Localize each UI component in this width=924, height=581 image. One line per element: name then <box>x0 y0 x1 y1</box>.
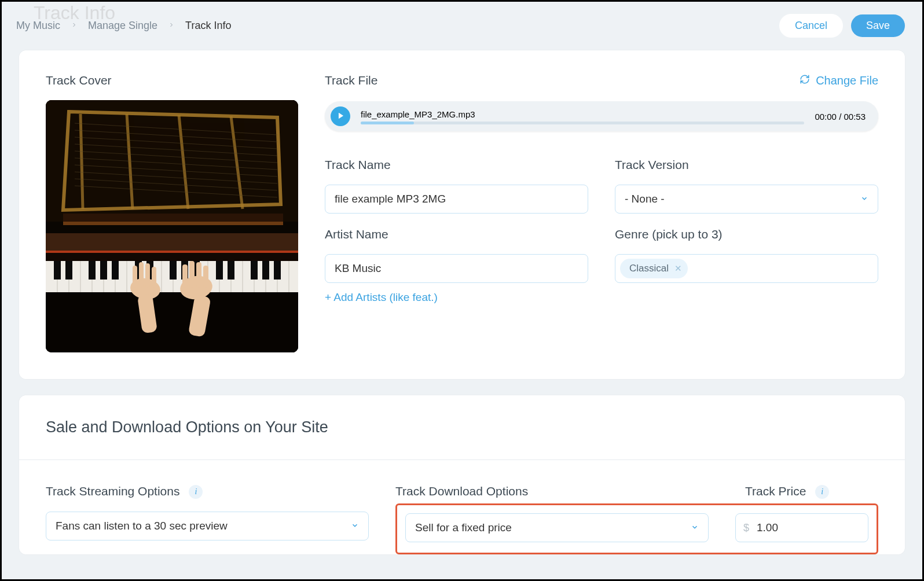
svg-rect-58 <box>46 292 298 352</box>
track-file-label: Track File <box>325 73 377 87</box>
genre-label: Genre (pick up to 3) <box>615 227 878 241</box>
change-file-button[interactable]: Change File <box>800 74 878 87</box>
svg-rect-16 <box>63 214 283 222</box>
chevron-right-icon <box>71 21 78 30</box>
player-time: 00:00 / 00:53 <box>815 112 866 122</box>
track-price-input[interactable] <box>735 513 868 542</box>
track-name-input[interactable] <box>325 185 588 214</box>
genre-tag-label: Classical <box>629 263 669 274</box>
svg-marker-71 <box>339 112 343 119</box>
refresh-icon <box>800 74 810 87</box>
breadcrumb-current: Track Info <box>185 20 231 32</box>
download-options-label: Track Download Options <box>395 484 718 499</box>
track-cover-image[interactable] <box>46 100 298 352</box>
player-progress <box>361 122 414 124</box>
track-price-label: Track Price i <box>745 484 878 499</box>
chevron-down-icon <box>691 523 699 533</box>
tag-remove-icon[interactable]: ✕ <box>674 263 682 274</box>
svg-rect-63 <box>203 266 208 288</box>
svg-rect-19 <box>46 251 298 253</box>
svg-rect-46 <box>100 261 107 280</box>
breadcrumb: My Music Manage Single Track Info <box>16 20 231 32</box>
streaming-options-value: Fans can listen to a 30 sec preview <box>56 520 228 532</box>
track-version-select[interactable]: - None - <box>615 185 878 214</box>
svg-rect-20 <box>46 253 298 261</box>
player-seekbar[interactable] <box>361 122 804 124</box>
streaming-options-label: Track Streaming Options i <box>46 484 369 499</box>
currency-icon: $ <box>743 522 749 534</box>
divider <box>19 459 905 460</box>
svg-rect-45 <box>89 261 96 280</box>
topbar: My Music Manage Single Track Info Cancel… <box>2 2 922 36</box>
play-icon <box>336 112 345 122</box>
breadcrumb-my-music[interactable]: My Music <box>16 20 60 32</box>
track-cover-label: Track Cover <box>46 73 298 87</box>
download-options-value: Sell for a fixed price <box>415 521 512 534</box>
svg-rect-68 <box>145 263 150 288</box>
svg-rect-66 <box>133 266 137 288</box>
svg-rect-56 <box>262 261 269 280</box>
track-version-value: - None - <box>625 193 665 205</box>
track-name-label: Track Name <box>325 158 588 172</box>
svg-rect-18 <box>46 233 298 253</box>
info-icon[interactable]: i <box>815 485 829 499</box>
svg-rect-43 <box>54 261 61 280</box>
svg-rect-54 <box>228 261 234 280</box>
svg-rect-17 <box>63 222 283 225</box>
svg-rect-57 <box>274 261 281 280</box>
svg-rect-67 <box>139 262 144 288</box>
chevron-right-icon <box>168 21 175 30</box>
svg-rect-50 <box>170 261 177 280</box>
add-artists-link[interactable]: + Add Artists (like feat.) <box>325 291 588 304</box>
cancel-button[interactable]: Cancel <box>779 14 843 38</box>
svg-rect-60 <box>182 264 188 288</box>
play-button[interactable] <box>331 106 350 126</box>
sale-section-title: Sale and Download Options on Your Site <box>46 418 878 436</box>
chevron-down-icon <box>860 194 868 204</box>
svg-rect-44 <box>65 261 72 280</box>
svg-rect-61 <box>189 261 195 288</box>
chevron-down-icon <box>351 521 359 531</box>
change-file-label: Change File <box>816 74 878 87</box>
artist-name-input[interactable] <box>325 254 588 283</box>
player-filename: file_example_MP3_2MG.mp3 <box>361 109 804 119</box>
track-version-label: Track Version <box>615 158 878 172</box>
highlighted-region: Sell for a fixed price $ <box>395 503 878 554</box>
streaming-options-select[interactable]: Fans can listen to a 30 sec preview <box>46 512 369 540</box>
svg-rect-55 <box>251 261 258 280</box>
artist-name-label: Artist Name <box>325 227 588 241</box>
svg-rect-69 <box>152 267 156 288</box>
info-icon[interactable]: i <box>189 485 203 499</box>
download-options-select[interactable]: Sell for a fixed price <box>405 513 709 542</box>
genre-tags-input[interactable]: Classical ✕ <box>615 254 878 283</box>
audio-player: file_example_MP3_2MG.mp3 00:00 / 00:53 <box>325 101 878 131</box>
track-info-card: Track Cover <box>19 50 905 379</box>
svg-rect-62 <box>196 262 201 288</box>
svg-rect-53 <box>216 261 223 280</box>
genre-tag: Classical ✕ <box>620 259 688 278</box>
sale-options-card: Sale and Download Options on Your Site T… <box>19 395 905 554</box>
breadcrumb-manage-single[interactable]: Manage Single <box>88 20 157 32</box>
svg-rect-47 <box>112 261 119 280</box>
save-button[interactable]: Save <box>851 14 905 37</box>
